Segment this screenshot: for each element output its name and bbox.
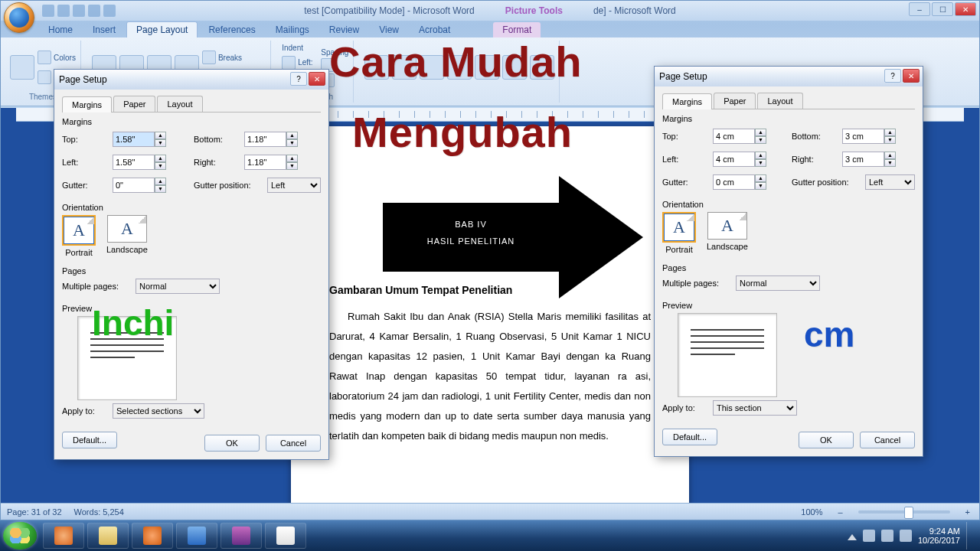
- rotate-button[interactable]: [530, 55, 554, 80]
- spin-up-icon[interactable]: ▲: [884, 129, 896, 136]
- taskbar-word[interactable]: [176, 523, 217, 549]
- tab-paper[interactable]: Paper: [113, 96, 155, 112]
- spin-down-icon[interactable]: ▼: [155, 139, 166, 147]
- taskbar-snipping[interactable]: [220, 523, 262, 549]
- tab-paper[interactable]: Paper: [714, 93, 756, 109]
- tab-margins[interactable]: Margins: [662, 93, 712, 109]
- tab-layout[interactable]: Layout: [157, 96, 202, 112]
- tray-clock[interactable]: 9:24 AM 10/26/2017: [918, 527, 960, 545]
- tray-network-icon[interactable]: [881, 530, 893, 542]
- start-button[interactable]: [3, 522, 37, 549]
- bottom-input[interactable]: [244, 132, 286, 147]
- cancel-button[interactable]: Cancel: [860, 432, 915, 448]
- spin-down-icon[interactable]: ▼: [755, 159, 766, 167]
- tab-review[interactable]: Review: [320, 22, 368, 37]
- spin-up-icon[interactable]: ▲: [755, 174, 766, 182]
- close-button[interactable]: ✕: [955, 2, 976, 16]
- tab-insert[interactable]: Insert: [83, 22, 125, 37]
- portrait-option[interactable]: Portrait: [62, 215, 96, 257]
- taskbar-firefox[interactable]: [43, 523, 84, 549]
- default-button[interactable]: Default...: [662, 429, 717, 445]
- tab-margins[interactable]: Margins: [62, 96, 112, 112]
- status-zoom[interactable]: 100%: [801, 507, 822, 517]
- spin-up-icon[interactable]: ▲: [155, 155, 166, 162]
- office-button[interactable]: [4, 2, 34, 33]
- ok-button[interactable]: OK: [204, 435, 260, 452]
- qat-save-icon[interactable]: [42, 5, 54, 17]
- bottom-input[interactable]: [842, 129, 884, 144]
- top-input[interactable]: [713, 129, 755, 144]
- themes-button[interactable]: [10, 55, 34, 80]
- status-page[interactable]: Page: 31 of 32: [7, 507, 62, 517]
- taskbar-media[interactable]: [132, 523, 173, 549]
- spin-up-icon[interactable]: ▲: [155, 178, 166, 185]
- tray-expand-icon[interactable]: [848, 531, 857, 540]
- dialog-close-button[interactable]: ✕: [903, 69, 920, 83]
- gutter-pos-select[interactable]: Left: [267, 178, 321, 193]
- tab-acrobat[interactable]: Acrobat: [410, 22, 459, 37]
- qat-redo-icon[interactable]: [73, 5, 85, 17]
- fonts-icon[interactable]: [38, 70, 51, 84]
- qat-open-icon[interactable]: [103, 5, 116, 17]
- multiple-pages-select[interactable]: Normal: [136, 279, 220, 294]
- cancel-button[interactable]: Cancel: [266, 435, 321, 452]
- taskbar-explorer[interactable]: [87, 523, 129, 549]
- left-input[interactable]: [713, 152, 755, 167]
- dialog-help-button[interactable]: ?: [884, 69, 901, 83]
- landscape-option[interactable]: Landscape: [707, 212, 748, 254]
- group-button[interactable]: [502, 55, 527, 80]
- align-button[interactable]: [475, 55, 499, 80]
- position-button[interactable]: [364, 55, 389, 80]
- zoom-slider[interactable]: [858, 510, 950, 514]
- document-page[interactable]: Gambaran Umum Tempat Penelitian Rumah Sa…: [291, 126, 689, 503]
- breaks-icon[interactable]: [202, 51, 216, 64]
- dialog-title-bar[interactable]: Page Setup ? ✕: [54, 70, 328, 90]
- indent-left-icon[interactable]: [282, 56, 296, 70]
- spin-down-icon[interactable]: ▼: [755, 136, 766, 144]
- tray-volume-icon[interactable]: [900, 530, 912, 542]
- tab-page-layout[interactable]: Page Layout: [126, 21, 198, 37]
- dialog-close-button[interactable]: ✕: [309, 72, 325, 86]
- spin-up-icon[interactable]: ▲: [286, 132, 298, 139]
- default-button[interactable]: Default...: [62, 432, 117, 448]
- tab-format[interactable]: Format: [493, 22, 541, 37]
- colors-icon[interactable]: [38, 51, 51, 64]
- tab-references[interactable]: References: [199, 22, 264, 37]
- quick-access-toolbar[interactable]: [42, 5, 116, 17]
- multiple-pages-select[interactable]: Normal: [736, 276, 820, 291]
- right-input[interactable]: [842, 152, 884, 167]
- gutter-pos-select[interactable]: Left: [865, 174, 915, 190]
- apply-to-select[interactable]: This section: [713, 400, 797, 416]
- text-wrap-button[interactable]: [447, 55, 472, 80]
- ok-button[interactable]: OK: [799, 432, 854, 448]
- taskbar-paint[interactable]: [265, 523, 306, 549]
- spin-down-icon[interactable]: ▼: [755, 182, 766, 190]
- tab-view[interactable]: View: [370, 22, 408, 37]
- dialog-help-button[interactable]: ?: [290, 72, 307, 86]
- tray-flag-icon[interactable]: [863, 530, 875, 542]
- bring-front-button[interactable]: [392, 55, 416, 80]
- send-back-button[interactable]: [420, 55, 444, 80]
- apply-to-select[interactable]: Selected sections: [113, 403, 204, 419]
- spin-up-icon[interactable]: ▲: [286, 155, 298, 162]
- left-input[interactable]: [113, 155, 155, 170]
- right-input[interactable]: [244, 155, 286, 170]
- spin-down-icon[interactable]: ▼: [884, 136, 896, 144]
- spin-down-icon[interactable]: ▼: [286, 162, 298, 170]
- spin-down-icon[interactable]: ▼: [884, 159, 896, 167]
- top-input[interactable]: [113, 132, 155, 147]
- qat-print-icon[interactable]: [88, 5, 100, 17]
- spin-down-icon[interactable]: ▼: [155, 185, 166, 193]
- spin-up-icon[interactable]: ▲: [155, 132, 166, 139]
- landscape-option[interactable]: Landscape: [106, 215, 148, 257]
- tab-layout[interactable]: Layout: [757, 93, 802, 109]
- minimize-button[interactable]: –: [909, 2, 930, 16]
- tab-home[interactable]: Home: [39, 22, 82, 37]
- status-words[interactable]: Words: 5,254: [74, 507, 124, 517]
- spin-down-icon[interactable]: ▼: [286, 139, 298, 147]
- qat-undo-icon[interactable]: [57, 5, 70, 17]
- maximize-button[interactable]: ☐: [932, 2, 953, 16]
- gutter-input[interactable]: [113, 178, 155, 193]
- portrait-option[interactable]: Portrait: [662, 212, 696, 254]
- tab-mailings[interactable]: Mailings: [266, 22, 318, 37]
